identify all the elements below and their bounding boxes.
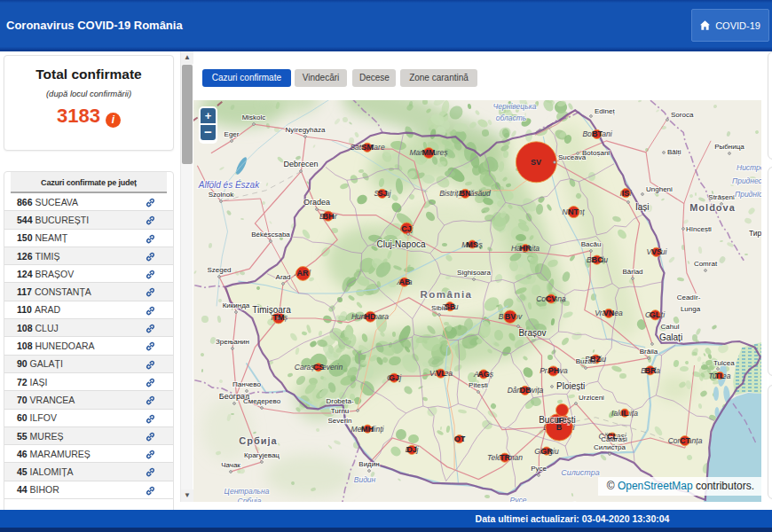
svg-text:SV: SV [531,158,541,167]
svg-text:B: B [556,423,563,432]
svg-text:HD: HD [365,312,376,321]
svg-text:Urziceni: Urziceni [579,394,604,402]
svg-text:Bacău: Bacău [581,240,602,248]
svg-text:SB: SB [445,302,456,311]
svg-text:Рыбница: Рыбница [714,143,744,151]
svg-text:Alföld és Észak: Alföld és Észak [198,179,260,190]
svg-text:BR: BR [645,366,657,375]
svg-text:CV: CV [546,294,557,303]
svg-text:GL: GL [650,310,661,319]
svg-text:Békéscsaba: Békéscsaba [251,231,290,239]
svg-text:Крагујевац: Крагујевац [244,451,280,459]
svg-text:Србија: Србија [239,435,277,446]
svg-text:VN: VN [603,309,615,317]
svg-text:PH: PH [548,366,560,375]
svg-text:Eger: Eger [225,130,240,138]
svg-text:Ceadîr-: Ceadîr- [677,293,701,301]
svg-text:Тир: Тир [749,229,761,238]
svg-text:Pitești: Pitești [469,381,488,389]
svg-text:GJ: GJ [389,373,399,382]
svg-text:România: România [420,289,472,300]
svg-text:VS: VS [651,247,662,256]
svg-text:Приднестро: Приднестро [732,176,761,185]
svg-text:MM: MM [422,148,436,157]
svg-text:Разград: Разград [548,501,578,502]
svg-text:CJ: CJ [401,224,412,233]
svg-text:Miskolc: Miskolc [242,113,266,121]
svg-text:Cluj-Napoca: Cluj-Napoca [376,239,425,249]
svg-text:TL: TL [715,372,725,380]
svg-text:Severin: Severin [327,417,351,425]
svg-text:Панчево: Панчево [232,380,261,388]
svg-text:Русе: Русе [531,465,547,473]
svg-text:Sighișoara: Sighișoara [457,269,491,277]
svg-text:DB: DB [520,386,532,395]
svg-text:Кикинда: Кикинда [223,301,250,309]
svg-text:Drobeta-: Drobeta- [326,397,353,405]
svg-text:Szolnok: Szolnok [209,191,234,199]
svg-text:IL: IL [621,409,629,418]
svg-text:BZ: BZ [590,355,601,364]
svg-text:Ploiești: Ploiești [556,381,585,391]
svg-text:Brăila: Brăila [640,348,658,356]
svg-text:HR: HR [520,244,532,253]
svg-text:BC: BC [592,255,603,264]
svg-text:Soroca: Soroca [671,111,694,119]
svg-text:Cahul: Cahul [661,323,680,331]
svg-text:Timișoara: Timișoara [252,305,291,315]
svg-text:SJ: SJ [377,189,387,198]
svg-text:Galați: Galați [659,332,682,342]
svg-text:Lunga: Lunga [681,305,701,313]
svg-text:Iași: Iași [635,202,650,212]
svg-text:MH: MH [361,425,374,434]
svg-text:VL: VL [436,369,446,378]
svg-text:Bălți: Bălți [667,148,681,156]
svg-text:GR: GR [540,447,553,456]
svg-text:Suceava: Suceava [558,153,587,161]
svg-text:Arad: Arad [276,273,291,281]
svg-text:Силистра: Силистра [561,468,600,477]
svg-text:Силистра: Силистра [594,443,626,451]
svg-text:Oradea: Oradea [303,198,330,207]
svg-text:AR: AR [297,269,309,278]
svg-text:Debrecen: Debrecen [283,160,318,168]
svg-text:BV: BV [505,312,516,321]
svg-text:Видин: Видин [354,475,376,484]
svg-text:BT: BT [592,129,603,138]
svg-text:Brașov: Brașov [518,328,546,338]
svg-text:Зрењанин: Зрењанин [216,338,249,346]
svg-text:Приднїстро: Приднїстро [735,190,761,199]
svg-text:Чачак: Чачак [221,461,240,469]
svg-text:AB: AB [399,278,411,286]
svg-text:Botoșani: Botoșani [582,149,610,157]
svg-text:Чернівецька: Чернівецька [493,102,537,111]
svg-text:TR: TR [500,453,510,462]
svg-text:SM: SM [361,143,374,152]
svg-text:Tulcea: Tulcea [713,359,735,367]
svg-text:CS: CS [313,363,325,372]
svg-text:DJ: DJ [406,445,417,454]
svg-text:AG: AG [477,370,490,379]
svg-text:CT: CT [680,436,690,445]
svg-text:Turnu: Turnu [331,407,350,415]
svg-text:MS: MS [466,240,478,249]
svg-text:область: область [496,113,527,122]
svg-text:TM: TM [273,313,285,322]
svg-text:NT: NT [568,207,579,216]
svg-text:CL: CL [607,432,618,441]
svg-text:Hîncești: Hîncești [686,225,712,233]
svg-text:Смедерево: Смедерево [243,397,281,405]
svg-text:Центральна: Центральна [225,487,270,496]
svg-text:OT: OT [454,434,466,443]
svg-text:BH: BH [323,212,335,221]
svg-text:Русе: Русе [510,496,527,502]
svg-text:Strășeni: Strășeni [708,193,735,201]
svg-text:Ungheni: Ungheni [646,185,673,193]
svg-text:Нистрения: Нистрения [737,163,761,172]
svg-text:Moldova: Moldova [689,202,736,213]
svg-text:Comrat: Comrat [694,260,718,268]
svg-text:Србија: Србија [238,497,262,502]
svg-text:BN: BN [460,189,471,198]
svg-text:Nyíregyháza: Nyíregyháza [286,126,326,134]
svg-text:Szeged: Szeged [207,266,231,274]
